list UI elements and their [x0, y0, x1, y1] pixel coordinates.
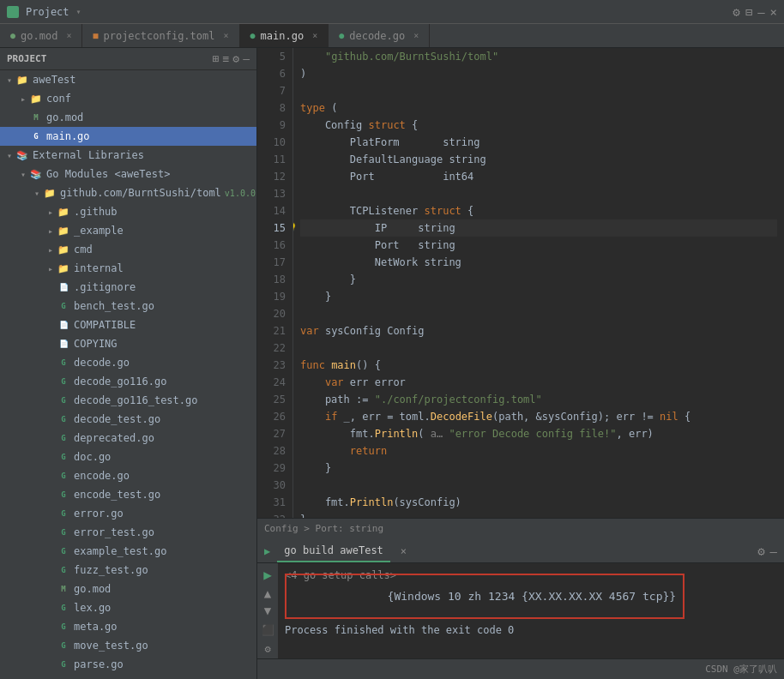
sidebar-item-decode-test[interactable]: G decode_test.go [0, 410, 256, 429]
code-content[interactable]: "github.com/BurntSushi/toml" ) type ( Co… [293, 48, 784, 518]
sidebar-item-move-test[interactable]: G move_test.go [0, 636, 256, 655]
chevron-down-icon: ▾ [3, 75, 15, 85]
sidebar-item-fuzz-test[interactable]: G fuzz_test.go [0, 561, 256, 580]
go-file-icon: G [57, 641, 70, 650]
run-step-up-btn[interactable]: ▲ [264, 586, 271, 600]
sidebar-close-icon[interactable]: — [243, 52, 250, 65]
folder-icon: 📁 [15, 75, 29, 86]
sidebar-item-error-test[interactable]: G error_test.go [0, 523, 256, 542]
run-minimize-icon[interactable]: — [770, 544, 777, 558]
sidebar-item-label: COPYING [74, 338, 118, 350]
line-num-5: 5 [257, 48, 286, 65]
line-num-6: 6 [257, 65, 286, 82]
sidebar-item-conf[interactable]: ▸ 📁 conf [0, 89, 256, 108]
sidebar-item-encode-test[interactable]: G encode_test.go [0, 485, 256, 504]
code-line-12: Port int64 [300, 168, 777, 185]
tab-decode-go-label: decode.go [349, 30, 405, 42]
run-settings-icon[interactable]: ⚙ [757, 544, 764, 558]
library-icon: 📚 [29, 169, 43, 180]
tab-projectconfig[interactable]: ■ projectconfig.toml × [82, 24, 239, 47]
sidebar-item-github[interactable]: ▸ 📁 .github [0, 202, 256, 221]
sidebar-item-meta-go[interactable]: G meta.go [0, 617, 256, 636]
sidebar-collapse-icon[interactable]: ≡ [223, 52, 230, 65]
sidebar-item-label: github.com/BurntSushi/toml [60, 187, 221, 199]
sidebar-item-gitignore[interactable]: 📄 .gitignore [0, 278, 256, 297]
sidebar-item-compatible[interactable]: 📄 COMPATIBLE [0, 315, 256, 334]
run-panel-header: ▶ go build aweTest × ⚙ — [257, 539, 784, 563]
sidebar-item-ext-libs[interactable]: ▾ 📚 External Libraries [0, 146, 256, 165]
go-file-icon: G [57, 566, 70, 574]
code-line-20 [300, 305, 777, 322]
tab-decode-go-close[interactable]: × [413, 31, 419, 40]
layout-icon[interactable]: ⊟ [745, 5, 752, 19]
sidebar-item-label: parse.go [74, 658, 124, 670]
code-line-29: } [300, 460, 777, 477]
sidebar-item-error-go[interactable]: G error.go [0, 504, 256, 523]
go-file-icon: G [57, 622, 70, 631]
run-tab[interactable]: go build aweTest [277, 539, 390, 562]
line-num-29: 29 [257, 460, 286, 477]
sidebar-item-go-mod-m[interactable]: M go.mod [0, 580, 256, 598]
tab-go-mod-close[interactable]: × [66, 31, 71, 40]
tab-main-go[interactable]: ● main.go × [240, 24, 329, 47]
sidebar-item-label: .github [74, 206, 118, 218]
sidebar-item-bench-test[interactable]: G bench_test.go [0, 297, 256, 315]
sidebar-item-example[interactable]: ▸ 📁 _example [0, 221, 256, 240]
code-line-15: 💡 IP string [300, 219, 777, 237]
sidebar-item-awetest[interactable]: ▾ 📁 aweTest [0, 70, 256, 89]
sidebar-item-label: go.mod [46, 111, 83, 123]
close-icon[interactable]: × [770, 5, 777, 19]
tab-projectconfig-close[interactable]: × [224, 31, 229, 40]
sidebar-item-doc-go[interactable]: G doc.go [0, 448, 256, 466]
sidebar-item-label: error.go [74, 508, 124, 520]
close-run-icon[interactable]: × [401, 545, 407, 557]
tab-decode-go[interactable]: ● decode.go × [329, 24, 430, 47]
sidebar-item-label: meta.go [74, 621, 118, 633]
sidebar-item-go-modules[interactable]: ▾ 📚 Go Modules <aweTest> [0, 165, 256, 183]
code-line-7 [300, 82, 777, 99]
sidebar-item-parse-go[interactable]: G parse.go [0, 655, 256, 674]
sidebar-item-cmd[interactable]: ▸ 📁 cmd [0, 240, 256, 259]
title-bar-chevron[interactable]: ▾ [76, 7, 81, 16]
settings-icon[interactable]: ⚙ [733, 5, 739, 19]
line-num-26: ▾ 26 [257, 408, 286, 425]
run-play-btn[interactable]: ▶ [263, 567, 272, 583]
chevron-down-icon: ▾ [31, 189, 43, 198]
go-file-icon: G [57, 509, 70, 518]
sidebar-item-encode-go[interactable]: G encode.go [0, 466, 256, 485]
sidebar-item-label: encode.go [74, 470, 130, 482]
code-line-9: Config struct { [300, 117, 777, 134]
folder-icon: 📁 [57, 225, 70, 237]
run-stop-btn[interactable]: ⬛ [262, 624, 274, 636]
sidebar-expand-icon[interactable]: ⊞ [213, 52, 220, 65]
sidebar-item-go-mod[interactable]: M go.mod [0, 108, 256, 127]
mod-file-icon: M [29, 113, 43, 122]
chevron-right-icon: ▸ [45, 245, 57, 255]
sidebar-item-decode-go116[interactable]: G decode_go116.go [0, 372, 256, 391]
tab-go-mod-label: go.mod [21, 30, 57, 42]
go-file-icon: G [57, 604, 70, 612]
code-line-17: NetWork string [300, 254, 777, 271]
tab-go-mod[interactable]: ● go.mod × [0, 24, 82, 47]
sidebar-item-internal[interactable]: ▸ 📁 internal [0, 259, 256, 278]
line-num-17: 17 [257, 254, 286, 271]
sidebar-item-burntushi[interactable]: ▾ 📁 github.com/BurntSushi/toml v1.0.0 [0, 183, 256, 202]
sidebar-item-copying[interactable]: 📄 COPYING [0, 334, 256, 353]
sidebar-item-deprecated[interactable]: G deprecated.go [0, 429, 256, 448]
sidebar-settings-icon[interactable]: ⚙ [232, 52, 239, 65]
tab-main-go-close[interactable]: × [312, 31, 317, 40]
code-editor: 5 6 7 ▾ 8 ▾ 9 10 11 12 13 ▾ 14 [257, 48, 784, 518]
sidebar-header: Project ⊞ ≡ ⚙ — [0, 48, 256, 70]
run-filter-btn[interactable]: ⚙ [264, 643, 270, 655]
sidebar-item-decode-go[interactable]: G decode.go [0, 353, 256, 372]
sidebar-item-decode-go116-test[interactable]: G decode_go116_test.go [0, 391, 256, 410]
run-step-down-btn[interactable]: ▼ [264, 604, 271, 617]
sidebar-item-example-test[interactable]: G example_test.go [0, 542, 256, 561]
lightbulb-icon[interactable]: 💡 [293, 219, 298, 237]
file-icon: 📄 [57, 283, 70, 291]
mod-file-icon: M [57, 585, 70, 593]
sidebar-item-main-go[interactable]: G main.go [0, 127, 256, 146]
minimize-icon[interactable]: — [757, 5, 764, 19]
sidebar-item-lex-go[interactable]: G lex.go [0, 598, 256, 617]
go-file-icon: G [57, 472, 70, 480]
